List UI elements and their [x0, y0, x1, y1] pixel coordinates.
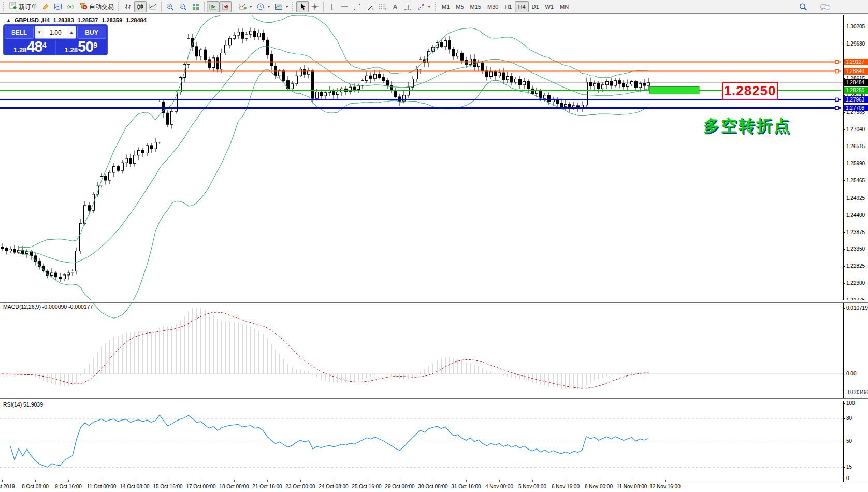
buy-price[interactable]: 1.28 50 9 — [56, 40, 107, 55]
ohlc-low: 1.28359 — [102, 17, 122, 23]
time-tick-mark — [2, 480, 3, 482]
timeframe-d1-button[interactable]: D1 — [529, 1, 542, 12]
date-label: 7 Oct 2019 — [0, 484, 15, 489]
volume-down-button[interactable]: ▼ — [35, 26, 44, 38]
crayon-icon — [41, 3, 50, 11]
autotrading-icon — [79, 2, 88, 12]
signal-button[interactable] — [64, 1, 77, 12]
toolbar-separator — [574, 2, 574, 12]
channel-button[interactable]: E — [363, 1, 376, 12]
price-line-badge[interactable]: 1.28840 — [844, 68, 868, 75]
timeframe-h4-button[interactable]: H4 — [515, 1, 528, 12]
annotation-text[interactable]: 多空转折点 — [703, 115, 791, 137]
time-tick-mark — [566, 480, 566, 482]
price-line-badge[interactable]: 1.28250 — [844, 87, 868, 94]
trendline-button[interactable] — [351, 1, 363, 12]
autotrading-label: 自动交易 — [89, 3, 114, 11]
rsi-axis-label: 80 — [846, 415, 852, 421]
terminal-button[interactable] — [52, 1, 64, 12]
horizontal-line-icon — [340, 3, 349, 11]
date-label: 12 Nov 16:00 — [649, 484, 681, 489]
sell-price[interactable]: 1.28 48 4 — [5, 40, 56, 55]
price-line-badge[interactable]: 1.27708 — [844, 105, 868, 111]
chat-icon — [819, 3, 831, 11]
date-label: 9 Oct 16:00 — [55, 484, 82, 489]
sell-button[interactable]: SELL — [5, 26, 34, 39]
bar-chart-button[interactable] — [122, 1, 134, 12]
vertical-line-button[interactable] — [326, 1, 338, 12]
collapse-icon[interactable]: ▲ — [6, 18, 11, 23]
date-label: 24 Oct 08:00 — [319, 484, 348, 489]
tile-windows-button[interactable] — [190, 1, 202, 12]
timeframe-m5-button[interactable]: M5 — [453, 1, 467, 12]
text-label-icon: T — [403, 3, 413, 11]
auto-scroll-button[interactable] — [207, 1, 219, 12]
toolbar-grip[interactable] — [3, 2, 5, 11]
line-chart-button[interactable] — [147, 1, 159, 12]
price-callout-box[interactable]: 1.28250 — [722, 82, 778, 100]
horizontal-line-button[interactable] — [338, 1, 351, 12]
timeframe-m15-button[interactable]: M15 — [467, 1, 484, 12]
zoom-out-icon — [179, 3, 187, 11]
community-chat-button[interactable] — [817, 1, 833, 12]
volume-input[interactable] — [44, 26, 67, 38]
symbol-title: GBPUSD-,H4 — [15, 17, 50, 23]
autotrading-button[interactable]: 自动交易 — [77, 1, 116, 12]
text-tool-button[interactable]: A — [389, 1, 401, 12]
time-tick-mark — [300, 480, 301, 482]
chart-shift-button[interactable] — [219, 1, 232, 12]
pane-splitter[interactable] — [0, 398, 868, 401]
time-tick-mark — [35, 480, 36, 482]
timeframe-mn-button[interactable]: MN — [557, 1, 572, 12]
trendline-icon — [353, 3, 361, 11]
tile-windows-icon — [192, 3, 200, 11]
time-tick-mark — [234, 480, 235, 482]
fibonacci-icon: F — [378, 3, 387, 11]
price-tick-label: 1.27040 — [846, 126, 865, 132]
price-tick-label: 1.22825 — [846, 263, 865, 269]
toolbar-grip[interactable] — [118, 2, 120, 11]
dropdown-caret — [428, 6, 431, 8]
crayon-button[interactable] — [39, 1, 52, 12]
date-label: 17 Oct 00:00 — [186, 484, 215, 489]
templates-button[interactable] — [272, 1, 291, 12]
new-order-button[interactable]: 新订单 — [7, 1, 39, 12]
buy-button[interactable]: BUY — [77, 26, 106, 39]
price-line-badge[interactable]: 1.29127 — [844, 59, 868, 65]
chart-area[interactable]: ▲ GBPUSD-,H4 1.28383 1.28537 1.28359 1.2… — [0, 15, 868, 492]
price-tick-label: 1.23350 — [846, 246, 865, 252]
price-tick-label: 1.29680 — [846, 41, 865, 47]
timeframe-h1-button[interactable]: H1 — [501, 1, 515, 12]
search-button[interactable] — [797, 1, 810, 12]
cursor-icon — [298, 3, 307, 11]
toolbar-separator — [204, 2, 205, 12]
periods-button[interactable] — [254, 1, 272, 12]
toolbar-grip[interactable] — [435, 2, 437, 11]
time-tick-mark — [367, 480, 367, 482]
cursor-button[interactable] — [296, 1, 309, 12]
fibonacci-button[interactable]: F — [376, 1, 389, 12]
timeframe-w1-button[interactable]: W1 — [542, 1, 557, 12]
price-tick-label: 1.25465 — [846, 178, 865, 183]
zoom-in-button[interactable] — [164, 1, 177, 12]
svg-text:F: F — [385, 7, 387, 11]
dropdown-caret — [285, 6, 288, 8]
timeframe-m1-button[interactable]: M1 — [439, 1, 453, 12]
time-tick-mark — [499, 480, 500, 482]
pane-splitter[interactable] — [0, 300, 868, 303]
toolbar-grip[interactable] — [292, 2, 295, 11]
one-click-trading-panel: SELL ▼ ▲ BUY 1.28 48 4 1.28 50 9 — [3, 24, 108, 55]
timeframe-m30-button[interactable]: M30 — [484, 1, 501, 12]
price-line-badge[interactable]: 1.27963 — [844, 96, 868, 103]
indicators-button[interactable] — [236, 1, 254, 12]
svg-text:T: T — [407, 4, 410, 10]
candlestick-chart-button[interactable] — [134, 1, 147, 12]
arrows-tool-button[interactable] — [415, 1, 433, 12]
volume-up-button[interactable]: ▲ — [67, 26, 76, 38]
text-label-button[interactable]: T — [401, 1, 415, 12]
crosshair-button[interactable] — [309, 1, 321, 12]
zoom-out-button[interactable] — [177, 1, 190, 12]
buy-price-sup: 9 — [93, 41, 97, 49]
buy-price-big: 50 — [78, 39, 93, 54]
line-chart-icon — [149, 3, 157, 11]
